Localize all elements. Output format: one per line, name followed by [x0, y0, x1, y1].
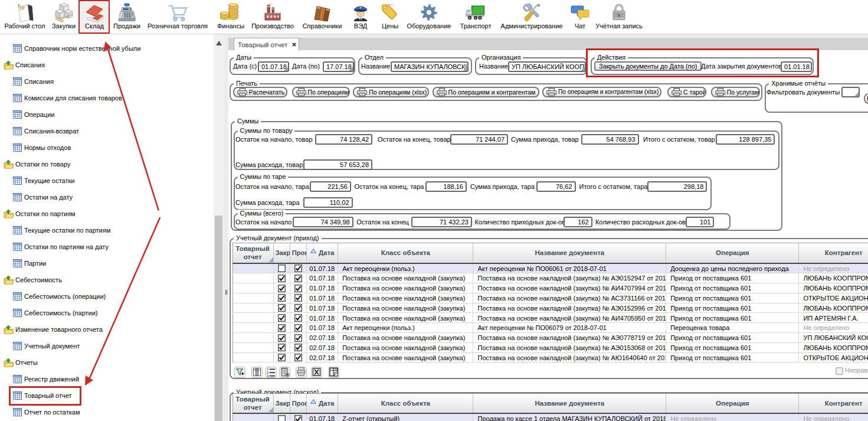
svg-text:3: 3: [267, 374, 268, 378]
